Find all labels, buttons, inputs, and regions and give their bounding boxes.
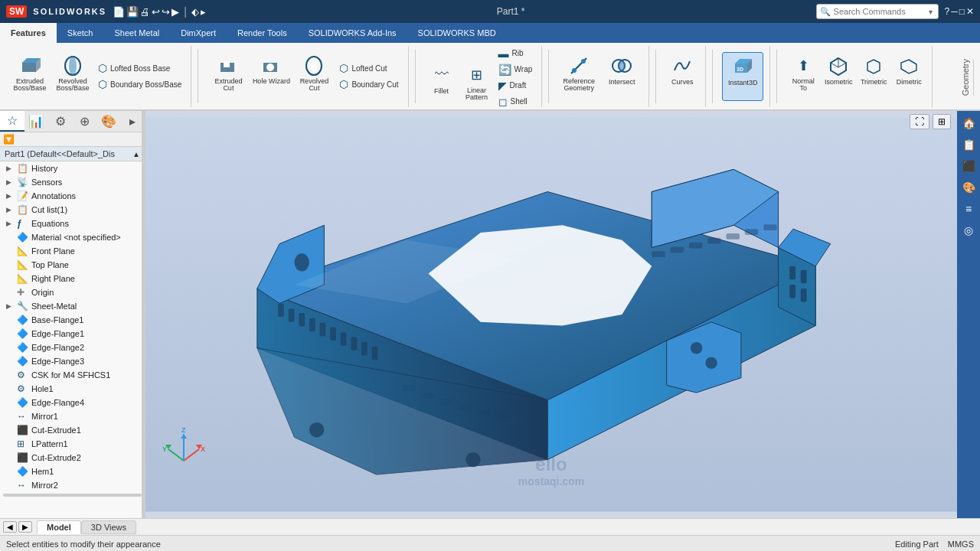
tab-sketch[interactable]: Sketch (57, 23, 104, 43)
extruded-boss-base-button[interactable]: Extruded Boss/Base (9, 52, 51, 101)
viewport[interactable]: X Y Z ello mostaqi.com ⛶ ⊞ (145, 111, 957, 518)
revolved-cut-button[interactable]: Revolved Cut (293, 52, 335, 101)
equations-icon: ƒ (17, 218, 29, 229)
quick-access-arrow[interactable]: ▸ (201, 6, 206, 18)
feature-manager-tab[interactable]: ☆ (0, 111, 24, 132)
tree-item-lpattern1[interactable]: ⊞ LPattern1 (0, 437, 145, 451)
tree-item-annotations[interactable]: ▶ 📝 Annotations (0, 189, 145, 203)
dimetric-button[interactable]: Dimetric (892, 52, 926, 101)
tree-item-edge-flange1[interactable]: 🔷 Edge-Flange1 (0, 327, 145, 341)
tree-item-sensors[interactable]: ▶ 📡 Sensors (0, 175, 145, 189)
view-appearance-button[interactable]: 🎨 (959, 178, 978, 197)
tree-item-cutlist[interactable]: ▶ 📋 Cut list(1) (0, 203, 145, 217)
instant3d-button[interactable]: 3D Instant3D (722, 52, 763, 101)
print-button[interactable]: 🖨 (140, 6, 150, 18)
linear-pattern-button[interactable]: ⊞ Linear Pattern (460, 61, 494, 110)
close-button[interactable]: ✕ (966, 6, 974, 17)
tab-3dviews[interactable]: 3D Views (81, 520, 136, 534)
rib-button[interactable]: ▬ Rib (495, 46, 536, 61)
help-button[interactable]: ? (945, 6, 950, 17)
tree-content[interactable]: ▶ 📋 History ▶ 📡 Sensors ▶ 📝 Annotations … (0, 161, 145, 518)
svg-point-4 (69, 57, 77, 75)
intersect-button[interactable]: Intersect (601, 52, 642, 101)
isometric-button[interactable]: Isometric (822, 52, 855, 101)
view-home-button[interactable]: 🏠 (959, 114, 978, 132)
hole-wizard-button[interactable]: Hole Wizard (250, 52, 292, 101)
revolved-boss-label: Revolved Boss/Base (54, 78, 92, 93)
viewport-tile-button[interactable]: ⊞ (933, 114, 951, 129)
lofted-cut-button[interactable]: ⬡ Lofted Cut (336, 60, 401, 76)
property-manager-tab[interactable]: 📊 (24, 111, 49, 132)
tree-item-material[interactable]: 🔷 Material <not specified> (0, 230, 145, 244)
reference-geometry-button[interactable]: Reference Geometry (558, 52, 599, 101)
tree-item-base-flange1[interactable]: 🔷 Base-Flange1 (0, 313, 145, 327)
dim-manager-tab[interactable]: ⊕ (73, 111, 97, 132)
wrap-button[interactable]: 🔄 Wrap (495, 62, 536, 77)
viewport-maximize-button[interactable]: ⛶ (910, 114, 929, 129)
tree-item-edge-flange4[interactable]: 🔷 Edge-Flange4 (0, 396, 145, 409)
search-options-button[interactable]: ▾ (929, 8, 933, 16)
tab-mbd[interactable]: SOLIDWORKS MBD (407, 23, 507, 43)
tree-item-right-plane[interactable]: 📐 Right Plane (0, 272, 145, 285)
save-button[interactable]: 💾 (126, 6, 139, 18)
tab-dimxpert[interactable]: DimXpert (170, 23, 227, 43)
curves-button[interactable]: Curves (665, 52, 699, 101)
search-input[interactable] (834, 7, 926, 16)
config-manager-tab[interactable]: ⚙ (48, 111, 73, 132)
tree-item-mirror2[interactable]: ↔ Mirror2 (0, 478, 145, 492)
tree-item-history-label: History (31, 164, 57, 173)
tree-item-edge-flange3[interactable]: 🔷 Edge-Flange3 (0, 354, 145, 368)
undo-button[interactable]: ↩ (152, 6, 160, 18)
extruded-cut-button[interactable]: Extruded Cut (207, 52, 249, 101)
tree-item-mirror1[interactable]: ↔ Mirror1 (0, 409, 145, 423)
svg-line-74 (168, 449, 184, 461)
tree-item-hem1[interactable]: 🔷 Hem1 (0, 465, 145, 478)
normal-to-button[interactable]: ⬆ Normal To (786, 52, 820, 101)
expand-icon: ▶ (6, 165, 15, 172)
rebuild-button[interactable]: ▶ (172, 6, 179, 18)
maximize-button[interactable]: □ (959, 6, 965, 17)
tree-item-cut-extrude2[interactable]: ⬛ Cut-Extrude2 (0, 451, 145, 465)
tree-item-top-plane[interactable]: 📐 Top Plane (0, 258, 145, 272)
tab-model[interactable]: Model (37, 520, 81, 534)
tree-item-origin[interactable]: ✚ Origin (0, 285, 145, 299)
tree-item-hole1[interactable]: ⚙ Hole1 (0, 382, 145, 396)
revolved-boss-base-button[interactable]: Revolved Boss/Base (52, 52, 93, 101)
boundary-boss-base-button[interactable]: ⬡ Boundary Boss/Base (95, 77, 185, 92)
view-settings-button[interactable]: ≡ (959, 200, 978, 218)
tree-item-sheet-metal[interactable]: ▶ 🔧 Sheet-Metal (0, 299, 145, 313)
appearance-tab[interactable]: 🎨 (96, 111, 121, 132)
trimetric-button[interactable]: Trimetric (857, 52, 890, 101)
svg-rect-51 (330, 328, 336, 341)
hem1-icon: 🔷 (17, 466, 29, 477)
tree-item-edge-flange2[interactable]: 🔷 Edge-Flange2 (0, 341, 145, 354)
new-file-button[interactable]: 📄 (113, 6, 125, 18)
reference-geometry-label: Reference Geometry (560, 78, 598, 93)
tab-sheet-metal[interactable]: Sheet Metal (104, 23, 171, 43)
svg-text:3D: 3D (737, 67, 743, 72)
nav-prev-button[interactable]: ◀ (3, 521, 17, 533)
selection-button[interactable]: ⬖ (191, 6, 199, 18)
tab-render-tools[interactable]: Render Tools (227, 23, 298, 43)
tree-item-csk[interactable]: ⚙ CSK for M4 SFHCS1 (0, 368, 145, 382)
tree-item-equations[interactable]: ▶ ƒ Equations (0, 217, 145, 230)
tab-addins[interactable]: SOLIDWORKS Add-Ins (298, 23, 407, 43)
minimize-button[interactable]: ─ (951, 6, 958, 17)
tree-item-history[interactable]: ▶ 📋 History (0, 161, 145, 175)
tree-item-front-plane[interactable]: 📐 Front Plane (0, 244, 145, 258)
axes-indicator: X Y Z (161, 426, 207, 472)
tab-features[interactable]: Features (0, 23, 57, 43)
tree-item-cut-extrude1[interactable]: ⬛ Cut-Extrude1 (0, 423, 145, 437)
view-3d-button[interactable]: ⬛ (959, 157, 978, 175)
ribbon-content: Extruded Boss/Base Revolved Boss/Base ⬡ … (0, 43, 980, 110)
lofted-boss-base-button[interactable]: ⬡ Lofted Boss Base (95, 60, 185, 76)
view-list-button[interactable]: 📋 (959, 135, 978, 154)
nav-next-button[interactable]: ▶ (18, 521, 32, 533)
sidebar-resize-handle[interactable] (142, 111, 145, 518)
fillet-button[interactable]: 〰 Fillet (425, 61, 459, 110)
redo-button[interactable]: ↪ (162, 6, 170, 18)
shell-button[interactable]: ◻ Shell (495, 94, 536, 109)
boundary-cut-button[interactable]: ⬡ Boundary Cut (336, 77, 401, 92)
view-circle-button[interactable]: ◎ (959, 221, 978, 240)
draft-button[interactable]: ◤ Draft (495, 78, 536, 93)
